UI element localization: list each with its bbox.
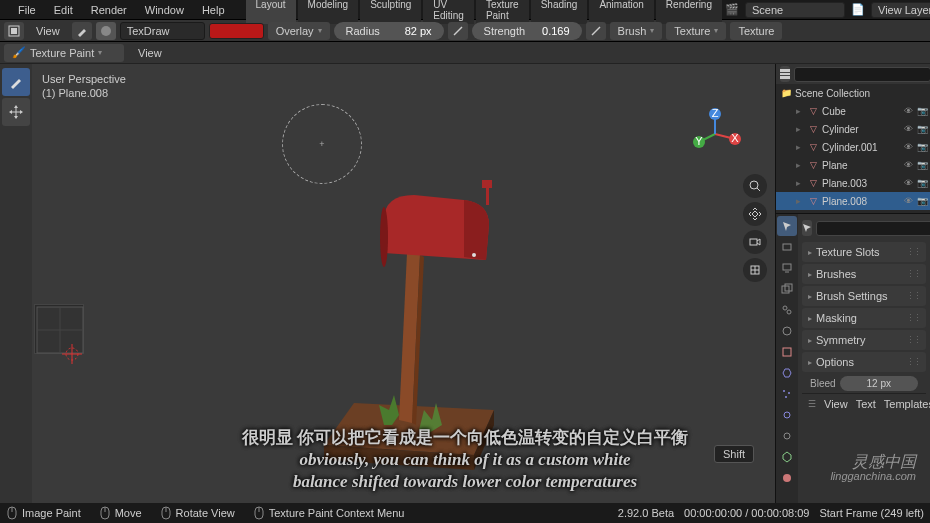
prop-tab-output[interactable] [777, 258, 797, 278]
panel-masking[interactable]: ▸Masking⋮⋮ [802, 308, 926, 328]
footer-text[interactable]: Text [856, 398, 876, 410]
view-layer-field[interactable]: View Layer [871, 2, 930, 18]
prop-tab-physics[interactable] [777, 405, 797, 425]
tab-rendering[interactable]: Rendering [656, 0, 722, 24]
outliner-item-plane-008[interactable]: ▸▽Plane.008👁📷 [776, 192, 930, 210]
menu-edit[interactable]: Edit [46, 2, 81, 18]
prop-tab-particles[interactable] [777, 384, 797, 404]
camera-icon[interactable]: 📷 [916, 177, 928, 189]
tab-uv-editing[interactable]: UV Editing [423, 0, 474, 24]
grip-icon[interactable]: ⋮⋮ [906, 269, 920, 279]
texture-dropdown[interactable]: Texture▾ [666, 22, 726, 40]
draw-tool[interactable] [2, 68, 30, 96]
move-tool[interactable] [2, 98, 30, 126]
camera-icon[interactable]: 📷 [916, 141, 928, 153]
tab-texture-paint[interactable]: Texture Paint [476, 0, 529, 24]
outliner-editor-type[interactable] [780, 66, 790, 82]
perspective-gizmo-icon[interactable] [743, 258, 767, 282]
grip-icon[interactable]: ⋮⋮ [906, 313, 920, 323]
footer-templates[interactable]: Templates [884, 398, 930, 410]
tab-modeling[interactable]: Modeling [298, 0, 359, 24]
radius-pressure-toggle[interactable] [448, 22, 468, 40]
brush-preview-icon[interactable] [96, 22, 116, 40]
prop-tab-active-tool[interactable] [777, 216, 797, 236]
grip-icon[interactable]: ⋮⋮ [906, 335, 920, 345]
panel-options[interactable]: ▸Options⋮⋮ [802, 352, 926, 372]
camera-gizmo-icon[interactable] [743, 230, 767, 254]
outliner-item-cylinder[interactable]: ▸▽Cylinder👁📷 [776, 120, 930, 138]
mouse-icon [160, 506, 172, 520]
eye-icon[interactable]: 👁 [902, 105, 914, 117]
brush-color-picker[interactable] [209, 23, 264, 39]
mesh-icon: ▽ [807, 105, 819, 117]
svg-rect-38 [783, 244, 791, 250]
zoom-gizmo-icon[interactable] [743, 174, 767, 198]
props-search-input[interactable] [816, 221, 930, 236]
pan-gizmo-icon[interactable] [743, 202, 767, 226]
outliner-item-cylinder-001[interactable]: ▸▽Cylinder.001👁📷 [776, 138, 930, 156]
camera-icon[interactable]: 📷 [916, 123, 928, 135]
mode-header: 🖌️Texture Paint▾ View [0, 42, 930, 64]
tab-shading[interactable]: Shading [531, 0, 588, 24]
prop-tab-modifier[interactable] [777, 363, 797, 383]
menu-window[interactable]: Window [137, 2, 192, 18]
outliner-collection-row[interactable]: 📁 Scene Collection [776, 84, 930, 102]
prop-tab-object[interactable] [777, 342, 797, 362]
menu-file[interactable]: File [10, 2, 44, 18]
props-editor-type[interactable] [802, 220, 812, 236]
prop-tab-scene[interactable] [777, 300, 797, 320]
prop-tab-data[interactable] [777, 447, 797, 467]
view-menu[interactable]: View [28, 23, 68, 39]
prop-tab-world[interactable] [777, 321, 797, 341]
tab-animation[interactable]: Animation [589, 0, 653, 24]
strength-slider[interactable]: Strength0.169 [472, 22, 582, 40]
text-editor-icon[interactable]: ☰ [808, 398, 816, 410]
eye-icon[interactable]: 👁 [902, 123, 914, 135]
camera-icon[interactable]: 📷 [916, 195, 928, 207]
grip-icon[interactable]: ⋮⋮ [906, 291, 920, 301]
mesh-icon: ▽ [807, 177, 819, 189]
menu-help[interactable]: Help [194, 2, 233, 18]
prop-tab-viewlayer[interactable] [777, 279, 797, 299]
bleed-value-field[interactable]: 12 px [840, 376, 918, 391]
orientation-gizmo[interactable]: X Y Z [685, 104, 745, 164]
brush-tool-icon[interactable] [72, 22, 92, 40]
texture-mask-dropdown[interactable]: Texture [730, 22, 782, 40]
eye-icon[interactable]: 👁 [902, 195, 914, 207]
outliner-search-input[interactable] [794, 67, 930, 82]
strength-pressure-toggle[interactable] [586, 22, 606, 40]
status-time: 00:00:00:00 / 00:00:08:09 [684, 507, 809, 519]
eye-icon[interactable]: 👁 [902, 177, 914, 189]
editor-type-button[interactable] [4, 22, 24, 40]
grip-icon[interactable]: ⋮⋮ [906, 247, 920, 257]
panel-texture-slots[interactable]: ▸Texture Slots⋮⋮ [802, 242, 926, 262]
tab-layout[interactable]: Layout [246, 0, 296, 24]
view-menu-2[interactable]: View [130, 45, 170, 61]
brush-name-field[interactable]: TexDraw [120, 22, 205, 40]
svg-rect-19 [486, 185, 489, 205]
outliner-item-plane-003[interactable]: ▸▽Plane.003👁📷 [776, 174, 930, 192]
radius-slider[interactable]: Radius82 px [334, 22, 444, 40]
tab-sculpting[interactable]: Sculpting [360, 0, 421, 24]
panel-brushes[interactable]: ▸Brushes⋮⋮ [802, 264, 926, 284]
footer-view[interactable]: View [824, 398, 848, 410]
outliner-item-cube[interactable]: ▸▽Cube👁📷 [776, 102, 930, 120]
chevron-right-icon: ▸ [792, 177, 804, 189]
blend-mode-dropdown[interactable]: Overlay▾ [268, 22, 330, 40]
panel-symmetry[interactable]: ▸Symmetry⋮⋮ [802, 330, 926, 350]
prop-tab-material[interactable] [777, 468, 797, 488]
outliner-item-plane[interactable]: ▸▽Plane👁📷 [776, 156, 930, 174]
grip-icon[interactable]: ⋮⋮ [906, 357, 920, 367]
panel-brush-settings[interactable]: ▸Brush Settings⋮⋮ [802, 286, 926, 306]
mode-selector[interactable]: 🖌️Texture Paint▾ [4, 44, 124, 62]
prop-tab-render[interactable] [777, 237, 797, 257]
scene-name-field[interactable]: Scene [745, 2, 845, 18]
menu-render[interactable]: Render [83, 2, 135, 18]
eye-icon[interactable]: 👁 [902, 141, 914, 153]
camera-icon[interactable]: 📷 [916, 105, 928, 117]
brush-dropdown[interactable]: Brush▾ [610, 22, 663, 40]
prop-tab-constraints[interactable] [777, 426, 797, 446]
2d-cursor-icon [62, 344, 82, 364]
camera-icon[interactable]: 📷 [916, 159, 928, 171]
eye-icon[interactable]: 👁 [902, 159, 914, 171]
